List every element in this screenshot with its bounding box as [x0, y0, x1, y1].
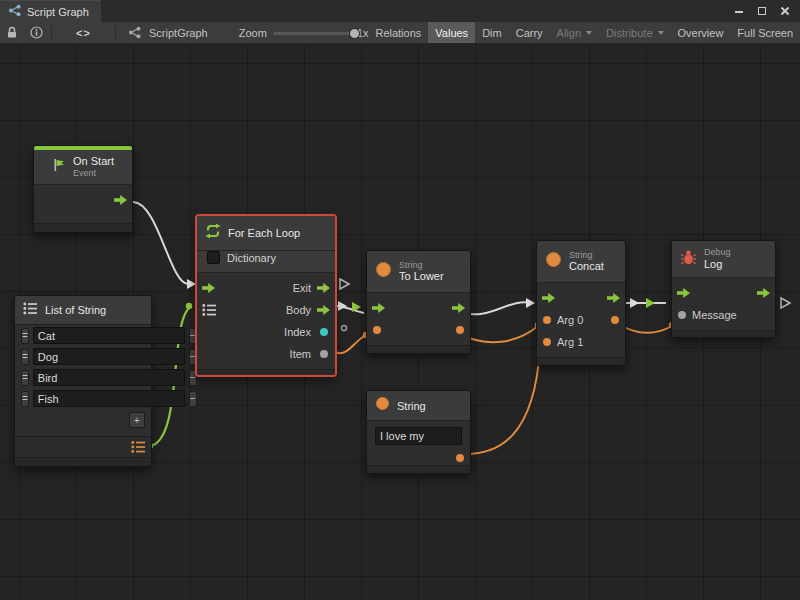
- code-view-button[interactable]: <>: [54, 22, 113, 43]
- list-item-field[interactable]: [33, 348, 185, 365]
- node-footer: [367, 345, 470, 353]
- string-output-port[interactable]: [456, 326, 464, 334]
- exit-unconnected-marker[interactable]: [340, 279, 349, 289]
- drag-handle-icon[interactable]: =: [21, 370, 29, 386]
- graph-name-label[interactable]: ScriptGraph: [147, 22, 215, 43]
- toolbar-divider: [51, 25, 52, 41]
- node-title: Concat: [569, 260, 604, 273]
- node-footer: [537, 357, 625, 365]
- node-title: List of String: [45, 304, 106, 316]
- node-title: On Start: [73, 155, 114, 168]
- message-port-label: Message: [692, 309, 737, 321]
- window-titlebar: Script Graph: [0, 0, 800, 22]
- port-row: [15, 436, 151, 457]
- item-output-port[interactable]: [320, 350, 328, 358]
- index-port-label: Index: [284, 326, 311, 338]
- values-button[interactable]: Values: [428, 22, 475, 43]
- lock-icon[interactable]: [0, 22, 24, 43]
- node-footer: [672, 330, 775, 337]
- script-graph-icon: [8, 4, 21, 19]
- wire-onstart-foreach[interactable]: [133, 202, 188, 284]
- flow-output-port[interactable]: [757, 288, 770, 298]
- zoom-slider-track[interactable]: [273, 32, 351, 35]
- wire-concat-message[interactable]: [620, 325, 672, 333]
- dictionary-checkbox[interactable]: [207, 251, 220, 264]
- node-concat[interactable]: String Concat Arg 0: [536, 240, 626, 366]
- close-icon[interactable]: [778, 4, 792, 18]
- minimize-icon[interactable]: [732, 4, 746, 18]
- remove-item-button[interactable]: −: [189, 391, 197, 407]
- arg0-input-port[interactable]: [543, 316, 551, 324]
- node-list-of-string[interactable]: List of String = − = − = − = −: [14, 295, 152, 467]
- list-item-field[interactable]: [33, 369, 185, 386]
- overview-button[interactable]: Overview: [671, 22, 731, 43]
- node-footer: [34, 223, 132, 232]
- fullscreen-button[interactable]: Full Screen: [730, 22, 800, 43]
- string-input-port[interactable]: [373, 326, 381, 334]
- port-row: Message: [672, 304, 775, 326]
- unity-script-graph-window: Script Graph <> ScriptGraph Zoom 1x Rela…: [0, 0, 800, 600]
- node-debug-log[interactable]: Debug Log Message: [671, 240, 776, 338]
- arg0-port-label: Arg 0: [557, 314, 583, 326]
- string-value-field[interactable]: [375, 427, 462, 445]
- node-string-literal[interactable]: String: [366, 390, 471, 474]
- drag-handle-icon[interactable]: =: [21, 349, 29, 365]
- flow-input-port[interactable]: [542, 293, 555, 303]
- exit-output-port[interactable]: [317, 283, 330, 293]
- flow-input-port[interactable]: [677, 288, 690, 298]
- node-for-each-loop[interactable]: For Each Loop Dictionary Exit: [196, 215, 336, 376]
- relations-button[interactable]: Relations: [368, 22, 428, 43]
- list-item-row: = −: [15, 367, 151, 388]
- carry-button[interactable]: Carry: [509, 22, 550, 43]
- port-row: [34, 189, 132, 211]
- wire-tolower-arg0[interactable]: [461, 326, 538, 342]
- script-graph-asset-icon: [118, 22, 147, 43]
- port-row: Exit: [197, 277, 335, 299]
- wire-tolower-concat[interactable]: [462, 302, 532, 314]
- toolbar-divider: [115, 25, 116, 41]
- drag-handle-icon[interactable]: =: [21, 391, 29, 407]
- dim-button[interactable]: Dim: [475, 22, 509, 43]
- loop-icon: [205, 223, 221, 243]
- message-input-port[interactable]: [678, 311, 686, 319]
- string-unit-icon: [545, 251, 562, 272]
- arg1-input-port[interactable]: [543, 338, 551, 346]
- exit-port-label: Exit: [293, 282, 311, 294]
- trigger-output-port[interactable]: [114, 195, 127, 205]
- maximize-icon[interactable]: [755, 4, 769, 18]
- node-on-start[interactable]: On Start Event: [33, 145, 133, 233]
- align-dropdown[interactable]: Align: [550, 22, 599, 43]
- flow-output-port[interactable]: [452, 303, 465, 313]
- port-row: Arg 1: [537, 331, 625, 353]
- tab-title: Script Graph: [27, 6, 89, 18]
- tab-script-graph[interactable]: Script Graph: [0, 0, 101, 22]
- port-row: Arg 0: [537, 309, 625, 331]
- list-item-field[interactable]: [33, 390, 185, 407]
- port-row: Body: [197, 299, 335, 321]
- log-exit-unconnected-marker[interactable]: [781, 298, 790, 308]
- zoom-slider[interactable]: [273, 26, 351, 40]
- index-output-port[interactable]: [320, 328, 328, 336]
- flow-output-port[interactable]: [607, 293, 620, 303]
- index-unconnected-marker[interactable]: [341, 325, 346, 330]
- list-output-port[interactable]: [131, 441, 146, 454]
- node-title: Log: [704, 258, 731, 271]
- wire-literal-arg1[interactable]: [460, 349, 540, 454]
- string-output-port[interactable]: [456, 454, 464, 462]
- body-output-port[interactable]: [317, 305, 330, 315]
- node-title: For Each Loop: [228, 227, 300, 239]
- drag-handle-icon[interactable]: =: [21, 328, 29, 344]
- distribute-dropdown[interactable]: Distribute: [599, 22, 670, 43]
- add-item-button[interactable]: +: [129, 412, 145, 428]
- dictionary-label: Dictionary: [227, 252, 276, 264]
- zoom-slider-handle[interactable]: [349, 28, 360, 39]
- flow-input-port[interactable]: [372, 303, 385, 313]
- list-input-port[interactable]: [202, 304, 217, 317]
- graph-canvas[interactable]: On Start Event List of String: [0, 44, 800, 600]
- info-icon[interactable]: [24, 22, 49, 43]
- list-item-field[interactable]: [33, 327, 185, 344]
- node-title: To Lower: [399, 270, 444, 283]
- result-output-port[interactable]: [611, 316, 619, 324]
- flow-input-port[interactable]: [202, 283, 215, 293]
- node-to-lower[interactable]: String To Lower: [366, 250, 471, 354]
